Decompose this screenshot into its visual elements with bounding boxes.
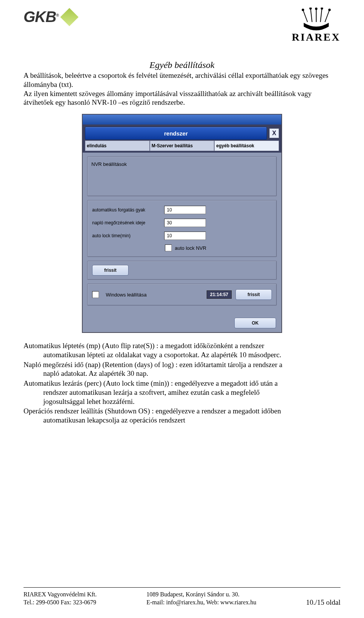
footer-mid: 1089 Budapest, Korányi Sándor u. 30. E-m… [146,591,256,607]
dialog-body: NVR beállítások automatikus forgatás gya… [83,153,281,312]
footer-page: 10./15 oldal [306,598,340,607]
gkb-text: GKB® [24,8,58,25]
riarex-text: RIAREX [292,31,340,43]
nvr-settings-section: NVR beállítások [87,156,277,196]
diamond-icon [60,8,78,26]
dialog-footer: OK [83,312,281,332]
logo-gkb: GKB® [24,8,76,25]
footer-company: RIAREX Vagyonvédelmi Kft. [24,591,97,599]
intro-paragraph-2: Az ilyen kimentett szöveges állomány imp… [24,89,340,107]
shutdown-label: Windows leállítása [106,292,203,298]
tab-startup[interactable]: elindulás [85,140,150,151]
log-retain-input[interactable] [164,219,206,227]
svg-point-6 [309,8,312,9]
dialog-title: rendszer [85,127,267,140]
nvr-settings-label: NVR beállítások [91,161,127,167]
svg-point-7 [315,8,317,10]
desc-autolock-line1: Automatikus lezárás (perc) (Auto lock ti… [24,379,340,388]
desc-autolock-line2: rendszer automatikusan lezárja a szoftve… [43,388,340,397]
svg-point-5 [302,9,304,11]
auto-lock-label: auto lock time(min) [92,233,164,238]
section-title: Egyéb beállítások [24,60,340,70]
desc-shutdown-line1: Operációs rendszer leállítás (Shutdown O… [24,407,340,416]
logo-riarex: RIAREX [292,8,340,43]
intro-paragraph-1: A beállítások, beleértve a csoportok és … [24,71,340,89]
auto-lock-input[interactable] [164,232,206,240]
desc-autolock-line3: jogosultsággal lehet hozzáférni. [43,397,340,406]
refresh-button[interactable]: frissít [92,265,129,276]
shutdown-section: Windows leállítása 21:14:57 frissít [87,284,277,306]
auto-rotate-label: automatikus forgatás gyak [92,207,164,213]
desc-autoflip-line1: Automatikus léptetés (mp) (Auto flip rat… [24,341,340,350]
svg-line-0 [303,10,308,22]
desc-autoflip-line2: automatikusan lépteti az oldalakat vagy … [43,350,340,359]
desc-retention-line2: napló adatokat. Az alapérték 30 nap. [43,369,340,378]
shutdown-time: 21:14:57 [207,290,232,299]
log-retain-label: napló megőrzésének ideje [92,220,164,225]
close-button[interactable]: X [269,128,279,138]
auto-lock-nvr-label: auto lock NVR [175,245,206,251]
svg-point-9 [328,9,331,11]
refresh-section: frissít [87,261,277,280]
page-footer: RIAREX Vagyonvédelmi Kft. Tel.: 299-0500… [24,587,340,607]
svg-line-1 [311,8,312,22]
ok-button[interactable]: OK [234,318,276,328]
page-header: GKB® RIAREX [24,8,340,49]
auto-lock-nvr-checkbox[interactable] [165,244,172,251]
tab-mserver[interactable]: M-Szerver beállítás [150,140,215,151]
auto-rotate-input[interactable] [164,206,206,214]
desc-shutdown-line2: automatikusan lekapcsolja az operációs r… [43,416,340,425]
svg-point-8 [321,8,323,9]
desc-retention-line1: Napló megőrzési idő (nap) (Retention (da… [24,360,340,369]
dialog-title-row: rendszer X [83,125,281,140]
footer-left: RIAREX Vagyonvédelmi Kft. Tel.: 299-0500… [24,591,97,607]
tabs-row: elindulás M-Szerver beállítás egyéb beál… [83,140,281,153]
shutdown-refresh-button[interactable]: frissít [235,289,272,300]
dialog-titlebar-strip [83,115,281,125]
tab-other-settings[interactable]: egyéb beállítások [214,140,279,151]
svg-line-3 [320,8,322,22]
settings-dialog: rendszer X elindulás M-Szerver beállítás… [82,114,282,333]
close-icon: X [272,130,276,137]
shutdown-checkbox[interactable] [92,291,99,298]
footer-phones: Tel.: 299-0500 Fax: 323-0679 [24,599,97,607]
footer-contact: E-mail: info@riarex.hu, Web: www.riarex.… [146,599,256,607]
timing-section: automatikus forgatás gyak napló megőrzés… [87,200,277,257]
svg-line-4 [325,10,329,22]
crown-icon [292,8,340,30]
footer-address: 1089 Budapest, Korányi Sándor u. 30. [146,591,256,599]
